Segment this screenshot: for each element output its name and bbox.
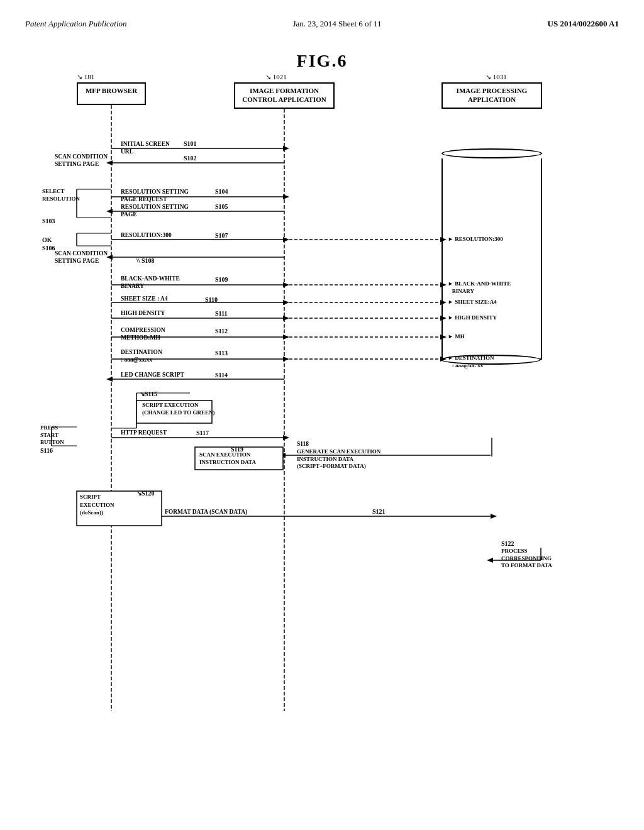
header-date-sheet: Jan. 23, 2014 Sheet 6 of 11 bbox=[293, 19, 382, 29]
actor-image-formation-id: ↘ 1021 bbox=[265, 72, 287, 81]
label-s110: SHEET SIZE : A4 bbox=[121, 295, 168, 302]
label-s105: RESOLUTION SETTINGPAGE bbox=[121, 203, 189, 219]
label-s103: SELECTRESOLUTION bbox=[42, 188, 80, 202]
label-s113: DESTINATION: aaa@xx.xx bbox=[121, 348, 162, 364]
step-s117: S117 bbox=[196, 429, 209, 436]
label-s108: SCAN CONDITIONSETTING PAGE bbox=[55, 250, 108, 265]
step-s104: S104 bbox=[215, 188, 228, 195]
svg-marker-21 bbox=[283, 300, 289, 305]
svg-marker-29 bbox=[283, 335, 289, 340]
svg-marker-17 bbox=[283, 282, 289, 287]
label-s118: GENERATE SCAN EXECUTIONINSTRUCTION DATA(… bbox=[297, 448, 380, 470]
label-s104: RESOLUTION SETTINGPAGE REQUEST bbox=[121, 188, 189, 204]
label-s114: LED CHANGE SCRIPT bbox=[121, 371, 184, 379]
step-s105: S105 bbox=[215, 203, 228, 210]
label-s122: PROCESSCORRESPONDINGTO FORMAT DATA bbox=[501, 548, 552, 570]
step-s114: S114 bbox=[215, 372, 228, 379]
svg-marker-11 bbox=[283, 237, 289, 242]
step-s101: S101 bbox=[184, 140, 197, 147]
page: Patent Application Publication Jan. 23, … bbox=[0, 0, 644, 830]
step-s111: S111 bbox=[215, 310, 227, 317]
svg-marker-7 bbox=[283, 194, 289, 199]
step-s121: S121 bbox=[372, 508, 386, 515]
label-s120: SCRIPTEXECUTION(doScan)) bbox=[80, 493, 114, 517]
step-s103: S103 bbox=[42, 218, 55, 224]
step-s110: S110 bbox=[205, 296, 218, 303]
step-s107: S107 bbox=[215, 232, 228, 239]
db-label-density: ► HIGH DENSITY bbox=[448, 314, 497, 322]
label-s107: RESOLUTION:300 bbox=[121, 231, 172, 239]
label-s112-a: COMPRESSIONMETHOD:MH bbox=[121, 326, 165, 342]
step-s115: ↘S115 bbox=[140, 390, 157, 397]
step-s109: S109 bbox=[215, 276, 228, 283]
actor-mfp-browser-id: ↘ 181 bbox=[77, 72, 94, 81]
page-header: Patent Application Publication Jan. 23, … bbox=[25, 13, 619, 32]
label-s117: HTTP REQUEST bbox=[121, 429, 167, 436]
step-s108-curly: \\ S108 bbox=[136, 257, 155, 264]
step-s118: S118 bbox=[297, 441, 309, 447]
step-s120-curly: ↘S120 bbox=[136, 490, 155, 497]
db-label-mh: ► MH bbox=[448, 333, 465, 341]
label-s111: HIGH DENSITY bbox=[121, 309, 165, 317]
actor-image-formation: IMAGE FORMATIONCONTROL APPLICATION bbox=[234, 82, 335, 109]
actor-mfp-browser: MFP BROWSER bbox=[77, 82, 146, 105]
step-s102: S102 bbox=[184, 155, 197, 162]
step-s113: S113 bbox=[215, 350, 228, 357]
step-s106-id: S106 bbox=[42, 245, 55, 252]
db-label-sheet: ► SHEET SIZE:A4 bbox=[448, 299, 497, 306]
svg-marker-37 bbox=[106, 377, 113, 382]
actor-image-processing: IMAGE PROCESSINGAPPLICATION bbox=[441, 82, 542, 109]
step-s106: OK bbox=[42, 236, 52, 243]
header-publication: Patent Application Publication bbox=[25, 19, 127, 29]
figure-title: FIG.6 bbox=[39, 51, 605, 71]
label-s102: SCAN CONDITIONSETTING PAGE bbox=[55, 153, 108, 169]
label-s101: INITIAL SCREENURL bbox=[121, 140, 170, 156]
label-s121: FORMAT DATA (SCAN DATA) bbox=[165, 508, 247, 516]
svg-marker-42 bbox=[279, 453, 286, 458]
label-s119: SCAN EXECUTIONINSTRUCTION DATA bbox=[199, 451, 256, 466]
header-patent-number: US 2014/0022600 A1 bbox=[548, 19, 619, 29]
step-s122: S122 bbox=[501, 540, 514, 547]
db-label-resolution: ► RESOLUTION:300 bbox=[448, 236, 503, 243]
label-script-execution: SCRIPT EXECUTION(CHANGE LED TO GREEN) bbox=[142, 402, 214, 416]
actor-image-processing-id: ↘ 1031 bbox=[486, 72, 507, 81]
step-s112: S112 bbox=[215, 328, 228, 335]
svg-marker-33 bbox=[283, 357, 289, 362]
step-s116-id: S116 bbox=[40, 447, 53, 454]
svg-marker-47 bbox=[487, 558, 493, 563]
svg-marker-25 bbox=[283, 316, 289, 321]
db-label-bw: ► BLACK-AND-WHITE BINARY bbox=[448, 280, 511, 295]
database-cylinder bbox=[441, 148, 504, 360]
label-s109: BLACK-AND-WHITEBINARY bbox=[121, 275, 180, 290]
svg-marker-9 bbox=[106, 209, 113, 214]
db-label-dest: ► DESTINATION : aaa@xx. xx bbox=[448, 355, 494, 369]
svg-marker-44 bbox=[491, 514, 497, 519]
label-s116: PRESSSTARTBUTTON bbox=[40, 424, 64, 446]
diagram-area: FIG.6 MFP BROWSER ↘ 181 IMAGE FORMATIONC… bbox=[39, 51, 605, 743]
svg-marker-39 bbox=[283, 435, 289, 440]
svg-marker-3 bbox=[283, 146, 289, 151]
